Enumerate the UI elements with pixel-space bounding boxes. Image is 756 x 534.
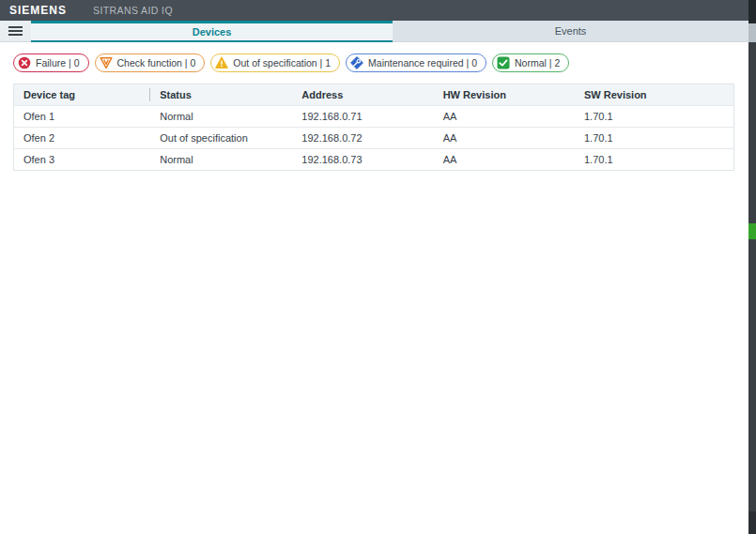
tab-devices[interactable]: Devices [31,21,393,42]
cell-hw-revision: AA [434,128,575,149]
cell-hw-revision: AA [434,106,575,128]
cell-device-tag: Ofen 1 [14,106,151,128]
siemens-logo: SIEMENS [9,4,67,17]
app-header: SIEMENS SITRANS AID IQ [0,0,748,21]
cell-status: Normal [150,149,292,171]
table-header-row: Device tag Status Address HW Revision SW… [14,84,734,106]
cell-device-tag: Ofen 3 [14,149,151,171]
scrollbar-track-line [748,42,756,511]
filter-normal[interactable]: Normal | 2 [492,53,569,72]
cell-status: Out of specification [150,128,292,149]
device-table-container: Device tag Status Address HW Revision SW… [13,84,734,171]
hamburger-icon [8,26,23,28]
column-header-hw-revision[interactable]: HW Revision [434,84,575,106]
failure-icon [18,56,31,69]
cell-hw-revision: AA [434,149,575,171]
filter-label: Normal | 2 [515,57,560,69]
scrollbar-header-segment [748,0,756,23]
out-of-specification-icon [215,56,228,69]
table-row[interactable]: Ofen 2 Out of specification 192.168.0.72… [14,128,734,149]
filter-label: Maintenance required | 0 [368,57,477,69]
table-row[interactable]: Ofen 1 Normal 192.168.0.71 AA 1.70.1 [14,106,734,128]
maintenance-required-icon [350,56,363,69]
filter-out-of-specification[interactable]: Out of specification | 1 [210,53,340,72]
scrollbar-bottom-thumb [748,511,756,534]
check-function-icon [100,56,113,69]
status-filter-bar: Failure | 0 Check function | 0 [13,53,748,72]
scrollbar-tick-marker [748,308,756,312]
app-window: SIEMENS SITRANS AID IQ Devices Events [0,0,756,534]
scrollbar-tab-segment [748,23,756,42]
tab-bar: Devices Events [0,21,748,42]
cell-sw-revision: 1.70.1 [575,106,734,128]
column-header-device-tag[interactable]: Device tag [14,84,151,106]
column-header-sw-revision[interactable]: SW Revision [575,84,734,106]
cell-device-tag: Ofen 2 [14,128,151,149]
table-row[interactable]: Ofen 3 Normal 192.168.0.73 AA 1.70.1 [14,149,734,171]
column-header-address[interactable]: Address [292,84,433,106]
filter-label: Out of specification | 1 [233,57,331,69]
device-table: Device tag Status Address HW Revision SW… [13,84,734,171]
column-header-status[interactable]: Status [150,84,292,106]
filter-label: Check function | 0 [117,57,196,69]
cell-address: 192.168.0.72 [292,128,433,149]
filter-label: Failure | 0 [36,57,80,69]
tab-events[interactable]: Events [393,21,748,42]
hamburger-menu-button[interactable] [0,21,31,42]
cell-status: Normal [150,106,292,128]
cell-address: 192.168.0.71 [292,106,433,128]
app-title: SITRANS AID IQ [93,5,173,16]
filter-check-function[interactable]: Check function | 0 [95,53,206,72]
cell-sw-revision: 1.70.1 [575,149,734,171]
filter-maintenance-required[interactable]: Maintenance required | 0 [346,53,486,72]
cell-sw-revision: 1.70.1 [575,128,734,149]
normal-check-icon [497,56,510,69]
scrollbar[interactable] [748,0,756,534]
filter-failure[interactable]: Failure | 0 [13,53,89,72]
cell-address: 192.168.0.73 [292,149,433,171]
scrollbar-green-marker [748,223,756,239]
